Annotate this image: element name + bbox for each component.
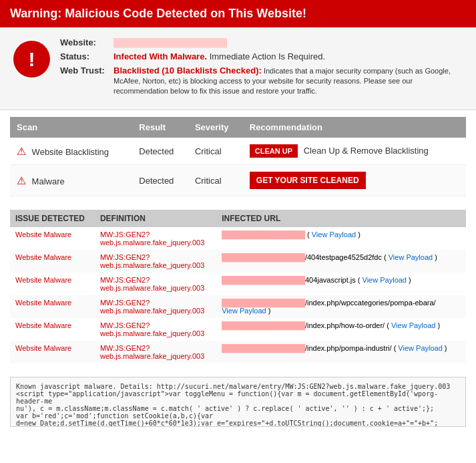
issue-cell: Website Malware bbox=[10, 273, 95, 295]
def-link-2[interactable]: web.js.malware.fake_jquery.003 bbox=[100, 239, 204, 247]
scan-cell: ⚠ Malware bbox=[10, 165, 132, 196]
view-payload-link[interactable]: View Payload bbox=[222, 307, 266, 315]
url-cell: ████████████████/index.php/pompa-industr… bbox=[216, 341, 466, 363]
alert-icon: ⚠ bbox=[17, 175, 26, 186]
definition-cell: MW:JS:GEN2? web.js.malware.fake_jquery.0… bbox=[95, 341, 216, 363]
website-value: ████████████████████ bbox=[113, 37, 227, 47]
warning-header: Warning: Malicious Code Detected on This… bbox=[0, 0, 476, 27]
table-row: Website Malware MW:JS:GEN2? web.js.malwa… bbox=[10, 250, 466, 273]
definition-cell: MW:JS:GEN2? web.js.malware.fake_jquery.0… bbox=[95, 295, 216, 318]
result-cell: Detected bbox=[132, 138, 188, 165]
def-link-1[interactable]: MW:JS:GEN2? bbox=[100, 230, 150, 239]
status-value: Infected With Malware. Immediate Action … bbox=[113, 51, 325, 61]
url-cell: ████████████████/index.php/how-to-order/… bbox=[216, 318, 466, 341]
recommendation-col-header: Recommendation bbox=[243, 117, 466, 138]
issue-link[interactable]: Website Malware bbox=[15, 299, 71, 307]
result-col-header: Result bbox=[132, 117, 188, 138]
definition-cell: MW:JS:GEN2? web.js.malware.fake_jquery.0… bbox=[95, 250, 216, 273]
code-line-3: nu'), c = m.className;m.className = c.ma… bbox=[16, 405, 460, 412]
severity-col-header: Severity bbox=[188, 117, 243, 138]
issues-section: ISSUE DETECTED DEFINITION INFECTED URL W… bbox=[0, 203, 476, 370]
table-row: Website Malware MW:JS:GEN2? web.js.malwa… bbox=[10, 295, 466, 318]
table-row: Website Malware MW:JS:GEN2? web.js.malwa… bbox=[10, 341, 466, 363]
def-link-1[interactable]: MW:JS:GEN2? bbox=[100, 253, 150, 261]
get-site-cleaned-button[interactable]: GET YOUR SITE CLEANED bbox=[250, 172, 366, 189]
table-row: Website Malware MW:JS:GEN2? web.js.malwa… bbox=[10, 273, 466, 295]
severity-cell: Critical bbox=[188, 165, 243, 196]
code-box: Known javascript malware. Details: http:… bbox=[10, 377, 466, 427]
recommendation-cell: GET YOUR SITE CLEANED bbox=[243, 165, 466, 196]
issue-cell: Website Malware bbox=[10, 341, 95, 363]
code-line-5: d=new Date;d.setTime(d.getTime()+60*c*60… bbox=[16, 420, 460, 427]
url-cell: ████████████████ ( View Payload ) bbox=[216, 227, 466, 250]
webtrust-value: Blacklisted (10 Blacklists Checked): Ind… bbox=[113, 65, 463, 96]
view-payload-link[interactable]: View Payload bbox=[389, 253, 433, 261]
issue-cell: Website Malware bbox=[10, 295, 95, 318]
issue-link[interactable]: Website Malware bbox=[15, 276, 71, 284]
webtrust-row: Web Trust: Blacklisted (10 Blacklists Ch… bbox=[60, 65, 463, 96]
url-cell: ████████████████/404testpage4525d2fdc ( … bbox=[216, 250, 466, 273]
url-cell: ████████████████/index.php/wpccategories… bbox=[216, 295, 466, 318]
website-label: Website: bbox=[60, 37, 113, 47]
def-link-2[interactable]: web.js.malware.fake_jquery.003 bbox=[100, 352, 204, 360]
definition-cell: MW:JS:GEN2? web.js.malware.fake_jquery.0… bbox=[95, 273, 216, 295]
code-line-2: <script type="application/javascript">va… bbox=[16, 390, 460, 405]
issue-detected-header: ISSUE DETECTED bbox=[10, 210, 95, 227]
def-link-1[interactable]: MW:JS:GEN2? bbox=[100, 276, 150, 284]
website-row: Website: ████████████████████ bbox=[60, 37, 463, 47]
url-cell: ████████████████404javascript.js ( View … bbox=[216, 273, 466, 295]
issues-table: ISSUE DETECTED DEFINITION INFECTED URL W… bbox=[10, 210, 466, 363]
view-payload-link[interactable]: View Payload bbox=[312, 230, 356, 239]
severity-cell: Critical bbox=[188, 138, 243, 165]
def-link-2[interactable]: web.js.malware.fake_jquery.003 bbox=[100, 307, 204, 315]
scan-table-section: Scan Result Severity Recommendation ⚠ We… bbox=[0, 110, 476, 203]
table-row: ⚠ Website Blacklisting Detected Critical… bbox=[10, 138, 466, 165]
result-cell: Detected bbox=[132, 165, 188, 196]
warning-icon: ! bbox=[13, 41, 50, 78]
status-label: Status: bbox=[60, 51, 113, 61]
scan-cell: ⚠ Website Blacklisting bbox=[10, 138, 132, 165]
table-row: ⚠ Malware Detected Critical GET YOUR SIT… bbox=[10, 165, 466, 196]
issue-link[interactable]: Website Malware bbox=[15, 321, 71, 329]
code-line-1: Known javascript malware. Details: http:… bbox=[16, 383, 460, 390]
recommendation-cell: CLEAN UP Clean Up & Remove Blacklisting bbox=[243, 138, 466, 165]
def-link-2[interactable]: web.js.malware.fake_jquery.003 bbox=[100, 261, 204, 269]
issue-link[interactable]: Website Malware bbox=[15, 253, 71, 261]
info-section: ! Website: ████████████████████ Status: … bbox=[0, 27, 476, 110]
def-link-2[interactable]: web.js.malware.fake_jquery.003 bbox=[100, 284, 204, 292]
table-row: Website Malware MW:JS:GEN2? web.js.malwa… bbox=[10, 318, 466, 341]
scan-table: Scan Result Severity Recommendation ⚠ We… bbox=[10, 117, 466, 196]
definition-cell: MW:JS:GEN2? web.js.malware.fake_jquery.0… bbox=[95, 318, 216, 341]
code-line-4: var b='red';c='mod';function setCookie(a… bbox=[16, 412, 460, 420]
view-payload-link[interactable]: View Payload bbox=[363, 276, 407, 284]
scan-table-header-row: Scan Result Severity Recommendation bbox=[10, 117, 466, 138]
def-link-2[interactable]: web.js.malware.fake_jquery.003 bbox=[100, 329, 204, 337]
view-payload-link[interactable]: View Payload bbox=[391, 321, 435, 329]
webtrust-label: Web Trust: bbox=[60, 65, 113, 75]
def-link-1[interactable]: MW:JS:GEN2? bbox=[100, 344, 150, 352]
issue-cell: Website Malware bbox=[10, 250, 95, 273]
def-link-1[interactable]: MW:JS:GEN2? bbox=[100, 321, 150, 329]
issue-link[interactable]: Website Malware bbox=[15, 344, 71, 352]
definition-header: DEFINITION bbox=[95, 210, 216, 227]
alert-icon: ⚠ bbox=[17, 146, 26, 157]
issues-header-row: ISSUE DETECTED DEFINITION INFECTED URL bbox=[10, 210, 466, 227]
info-table: Website: ████████████████████ Status: In… bbox=[60, 37, 463, 100]
cleanup-button[interactable]: CLEAN UP bbox=[250, 144, 298, 158]
view-payload-link[interactable]: View Payload bbox=[398, 344, 442, 352]
issue-link[interactable]: Website Malware bbox=[15, 230, 71, 239]
definition-cell: MW:JS:GEN2? web.js.malware.fake_jquery.0… bbox=[95, 227, 216, 250]
issue-cell: Website Malware bbox=[10, 318, 95, 341]
infected-url-header: INFECTED URL bbox=[216, 210, 466, 227]
warning-title: Warning: Malicious Code Detected on This… bbox=[10, 7, 306, 20]
table-row: Website Malware MW:JS:GEN2? web.js.malwa… bbox=[10, 227, 466, 250]
scan-col-header: Scan bbox=[10, 117, 132, 138]
def-link-1[interactable]: MW:JS:GEN2? bbox=[100, 299, 150, 307]
issue-cell: Website Malware bbox=[10, 227, 95, 250]
status-row: Status: Infected With Malware. Immediate… bbox=[60, 51, 463, 61]
